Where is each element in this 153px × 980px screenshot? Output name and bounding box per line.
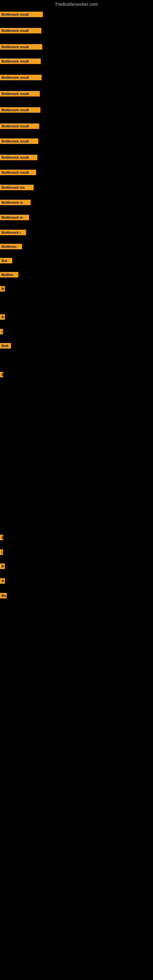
bar-row: Bottleneck re (0, 215, 29, 220)
bar-row: Bot (0, 258, 12, 263)
bar-label: Bott (0, 343, 11, 348)
site-title: TheBottlenecker.com (0, 0, 153, 8)
bar-label: Bottleneck result (0, 138, 38, 144)
bar-label: Bottleneck result (0, 12, 43, 17)
bar-label: B (0, 314, 5, 320)
bar-label: | (0, 549, 3, 555)
bar-label: E (0, 372, 3, 377)
bar-label: Bottleneck result (0, 170, 36, 175)
bar-row: Bottleneck result (0, 44, 42, 49)
bar-label: B (0, 578, 5, 584)
bar-label: Bo (0, 593, 7, 598)
bar-row: B (0, 578, 5, 584)
bar-label: Bottlenec (0, 244, 22, 249)
bar-row: B (0, 563, 5, 569)
bar-label: Bot (0, 258, 12, 263)
bar-label: Bottleneck res (0, 185, 33, 190)
bar-label: Bottleneck result (0, 107, 40, 113)
bar-row: Bottleneck result (0, 138, 38, 144)
bar-row: B (0, 314, 5, 320)
bar-row: Bottleneck result (0, 123, 39, 129)
bar-row: Bott (0, 343, 11, 348)
bar-label: Bottleneck result (0, 91, 40, 97)
bar-label: Bottleneck re (0, 215, 29, 220)
bar-row: Bottlenec (0, 244, 22, 249)
bar-row: Bottleneck result (0, 75, 41, 80)
bar-row: E (0, 372, 3, 377)
bar-row: E (0, 535, 3, 540)
bar-row: | (0, 549, 3, 555)
bar-row: Bottleneck result (0, 155, 37, 160)
bar-row: Bottleneck result (0, 12, 43, 17)
bar-row: B (0, 286, 5, 291)
bar-row: | (0, 329, 3, 334)
bar-label: Bottleneck r (0, 230, 26, 235)
bar-label: Bottleneck result (0, 123, 39, 129)
bar-label: B (0, 563, 5, 569)
bar-row: Bottleneck result (0, 59, 41, 64)
bar-row: Bottleneck re (0, 200, 30, 205)
bar-row: Bottleneck result (0, 28, 41, 33)
bar-row: Bottleneck res (0, 185, 33, 190)
bar-label: Bottleneck result (0, 28, 41, 33)
bar-row: Bottlen (0, 272, 18, 277)
bar-row: Bottleneck result (0, 107, 40, 113)
bar-label: Bottlen (0, 272, 18, 277)
bar-label: | (0, 329, 3, 334)
bar-label: Bottleneck result (0, 44, 42, 49)
bar-row: Bottleneck result (0, 91, 40, 97)
bar-label: Bottleneck result (0, 155, 37, 160)
bar-row: Bo (0, 593, 7, 598)
bar-label: Bottleneck result (0, 75, 41, 80)
bar-label: E (0, 535, 3, 540)
bar-row: Bottleneck result (0, 170, 36, 175)
bar-label: Bottleneck result (0, 59, 41, 64)
bar-label: B (0, 286, 5, 291)
bar-label: Bottleneck re (0, 200, 30, 205)
bar-row: Bottleneck r (0, 230, 26, 235)
